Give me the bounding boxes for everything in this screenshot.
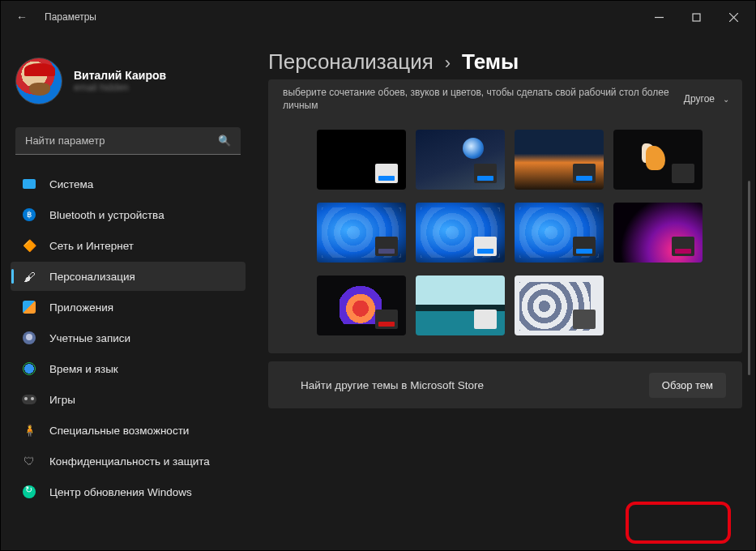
paintbrush-icon: 🖌 bbox=[22, 269, 36, 284]
sidebar-item-accounts[interactable]: Учетные записи bbox=[11, 323, 246, 352]
sidebar-item-network[interactable]: 🔶Сеть и Интернет bbox=[11, 231, 246, 260]
theme-swatch bbox=[672, 164, 694, 183]
sidebar-item-label: Система bbox=[49, 178, 93, 190]
maximize-button[interactable] bbox=[677, 4, 715, 30]
theme-tile-earth-moon[interactable] bbox=[416, 130, 505, 190]
titlebar: ← Параметры bbox=[1, 1, 755, 33]
theme-tile-flower-dark[interactable] bbox=[317, 276, 406, 335]
browse-themes-button[interactable]: Обзор тем bbox=[649, 373, 726, 398]
sidebar-item-accessibility[interactable]: 🧍Специальные возможности bbox=[11, 416, 246, 445]
window-controls bbox=[640, 4, 752, 30]
sidebar-item-label: Специальные возможности bbox=[49, 425, 189, 437]
theme-swatch bbox=[573, 164, 596, 183]
gamepad-icon bbox=[22, 392, 36, 407]
store-label: Найти другие темы в Microsoft Store bbox=[301, 379, 484, 391]
sidebar-item-label: Центр обновления Windows bbox=[49, 486, 192, 498]
sidebar-item-label: Учетные записи bbox=[49, 332, 130, 344]
breadcrumb-current: Темы bbox=[462, 49, 519, 75]
search-input[interactable]: Найти параметр 🔍 bbox=[15, 127, 241, 155]
sidebar-item-apps[interactable]: Приложения bbox=[11, 293, 246, 322]
sidebar-item-label: Персонализация bbox=[49, 271, 135, 283]
sidebar-item-label: Конфиденциальность и защита bbox=[49, 455, 210, 468]
theme-swatch bbox=[375, 310, 398, 329]
sidebar-item-label: Игры bbox=[49, 394, 75, 406]
sidebar-item-games[interactable]: Игры bbox=[11, 385, 246, 414]
theme-tile-dark-solid[interactable] bbox=[317, 130, 406, 190]
user-name: Виталий Каиров bbox=[74, 69, 166, 82]
theme-swatch bbox=[672, 237, 694, 256]
monitor-icon bbox=[22, 177, 36, 191]
shield-icon: 🛡 bbox=[22, 454, 36, 468]
theme-tile-bloom-white[interactable] bbox=[515, 276, 604, 335]
store-row: Найти другие темы в Microsoft Store Обзо… bbox=[268, 361, 742, 408]
chevron-right-icon: › bbox=[445, 53, 451, 74]
theme-swatch bbox=[474, 310, 497, 329]
theme-tile-bloom-dark[interactable] bbox=[317, 203, 406, 263]
sidebar-item-bluetooth[interactable]: ฿Bluetooth и устройства bbox=[11, 200, 246, 229]
breadcrumb: Персонализация › Темы bbox=[268, 49, 742, 75]
scrollbar-thumb[interactable] bbox=[748, 181, 750, 375]
theme-swatch bbox=[573, 310, 596, 329]
themes-grid bbox=[268, 122, 742, 353]
wifi-icon: 🔶 bbox=[22, 238, 36, 253]
themes-description: выберите сочетание обоев, звуков и цвето… bbox=[283, 86, 676, 112]
close-button[interactable] bbox=[715, 4, 752, 30]
theme-swatch bbox=[375, 237, 398, 256]
accessibility-icon: 🧍 bbox=[22, 423, 36, 438]
sidebar-item-personalization[interactable]: 🖌Персонализация bbox=[11, 262, 246, 291]
theme-tile-pink-glow[interactable] bbox=[613, 203, 703, 263]
apps-icon bbox=[22, 300, 36, 314]
search-placeholder: Найти параметр bbox=[25, 135, 105, 147]
theme-tile-sunset-road[interactable] bbox=[515, 130, 604, 190]
sidebar-item-privacy[interactable]: 🛡Конфиденциальность и защита bbox=[11, 446, 246, 476]
sidebar-item-label: Bluetooth и устройства bbox=[49, 209, 164, 221]
themes-panel: выберите сочетание обоев, звуков и цвето… bbox=[268, 79, 742, 353]
breadcrumb-parent[interactable]: Персонализация bbox=[268, 49, 434, 75]
clock-globe-icon bbox=[22, 361, 36, 376]
themes-other-label: Другое bbox=[684, 93, 715, 105]
back-button[interactable]: ← bbox=[11, 11, 33, 23]
main: Персонализация › Темы выберите сочетание… bbox=[252, 33, 755, 551]
account-icon bbox=[22, 331, 36, 345]
user-block[interactable]: Виталий Каиров email hidden bbox=[11, 53, 246, 116]
nav: Система฿Bluetooth и устройства🔶Сеть и Ин… bbox=[11, 169, 246, 506]
theme-tile-bloom-light[interactable] bbox=[416, 203, 505, 263]
theme-tile-orange-feather[interactable] bbox=[613, 130, 703, 190]
annotation-highlight bbox=[626, 502, 731, 544]
themes-panel-header[interactable]: выберите сочетание обоев, звуков и цвето… bbox=[268, 79, 742, 122]
window-title: Параметры bbox=[45, 11, 96, 23]
user-email: email hidden bbox=[74, 82, 166, 93]
avatar bbox=[15, 58, 62, 105]
theme-swatch bbox=[474, 164, 497, 183]
minimize-button[interactable] bbox=[640, 4, 677, 30]
bluetooth-icon: ฿ bbox=[22, 207, 36, 222]
sidebar-item-system[interactable]: Система bbox=[11, 169, 246, 199]
sidebar-item-label: Приложения bbox=[49, 301, 113, 314]
svg-rect-1 bbox=[693, 14, 700, 21]
sidebar-item-time[interactable]: Время и язык bbox=[11, 354, 246, 383]
update-icon bbox=[22, 485, 36, 499]
chevron-down-icon: ⌄ bbox=[723, 95, 729, 104]
theme-swatch bbox=[375, 164, 398, 183]
theme-swatch bbox=[474, 237, 497, 256]
theme-tile-lake[interactable] bbox=[416, 276, 505, 335]
theme-tile-bloom-darkblue[interactable] bbox=[515, 203, 604, 263]
sidebar-item-update[interactable]: Центр обновления Windows bbox=[11, 477, 246, 506]
sidebar-item-label: Сеть и Интернет bbox=[49, 240, 134, 252]
theme-swatch bbox=[573, 237, 596, 256]
scrollbar[interactable] bbox=[744, 83, 752, 547]
sidebar: Виталий Каиров email hidden Найти параме… bbox=[1, 33, 252, 551]
search-icon: 🔍 bbox=[218, 135, 231, 147]
sidebar-item-label: Время и язык bbox=[49, 363, 118, 375]
